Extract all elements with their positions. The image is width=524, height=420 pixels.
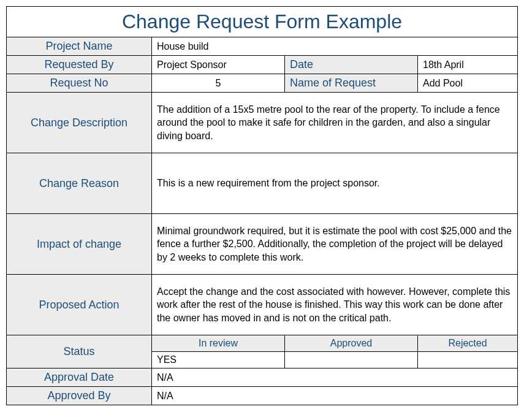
project-name-label: Project Name [7,37,152,56]
impact-value: Minimal groundwork required, but it is e… [152,214,518,275]
status-approved-label: Approved [285,335,418,352]
status-in-review-value: YES [152,352,285,368]
change-reason-value: This is a new requirement from the proje… [152,153,518,214]
requested-by-value: Project Sponsor [152,56,285,74]
change-description-value: The addition of a 15x5 metre pool to the… [152,93,518,153]
approval-date-label: Approval Date [7,368,152,387]
proposed-action-value: Accept the change and the cost associate… [152,275,518,335]
name-of-request-label: Name of Request [285,74,418,93]
status-rejected-value [418,352,518,368]
status-label: Status [7,335,152,368]
impact-label: Impact of change [7,214,152,275]
status-in-review-label: In review [152,335,285,352]
approved-by-value: N/A [152,387,518,405]
status-rejected-label: Rejected [418,335,518,352]
change-reason-label: Change Reason [7,153,152,214]
request-no-value: 5 [152,74,285,93]
name-of-request-value: Add Pool [418,74,518,93]
project-name-value: House build [152,37,518,56]
date-label: Date [285,56,418,74]
date-value: 18th April [418,56,518,74]
request-no-label: Request No [7,74,152,93]
proposed-action-label: Proposed Action [7,275,152,335]
change-description-label: Change Description [7,93,152,153]
change-request-form: Change Request Form Example Project Name… [6,6,518,405]
form-title: Change Request Form Example [7,7,518,37]
approval-date-value: N/A [152,368,518,387]
approved-by-label: Approved By [7,387,152,405]
status-approved-value [285,352,418,368]
requested-by-label: Requested By [7,56,152,74]
